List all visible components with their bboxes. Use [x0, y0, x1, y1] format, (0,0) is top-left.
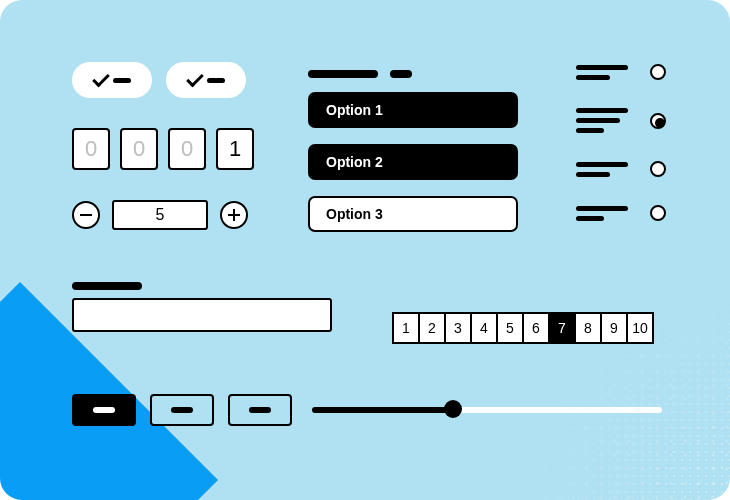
button-label	[171, 407, 193, 413]
page-9[interactable]: 9	[600, 312, 628, 344]
code-input: 0 0 0 1	[72, 128, 254, 170]
button-label	[93, 407, 115, 413]
options-header	[308, 70, 412, 78]
slider-track-rest	[452, 407, 662, 413]
option-row[interactable]: Option 1	[308, 92, 518, 128]
radio-group	[576, 64, 666, 221]
decor-dash	[308, 70, 378, 78]
code-digit-3[interactable]: 1	[216, 128, 254, 170]
text-field-group	[72, 282, 332, 332]
check-icon	[92, 69, 110, 87]
slider-track-fill	[312, 407, 452, 413]
primary-button[interactable]	[72, 394, 136, 426]
page-10[interactable]: 10	[626, 312, 654, 344]
toggle-pill-b[interactable]	[166, 62, 246, 98]
plus-icon	[228, 209, 240, 221]
option-label: Option 2	[326, 154, 383, 170]
radio-dot[interactable]	[650, 113, 666, 129]
page-6[interactable]: 6	[522, 312, 550, 344]
option-row[interactable]: Option 3	[308, 196, 518, 232]
dash-icon	[207, 78, 225, 83]
page-8[interactable]: 8	[574, 312, 602, 344]
radio-row[interactable]	[576, 205, 666, 221]
option-label: Option 1	[326, 102, 383, 118]
option-row[interactable]: Option 2	[308, 144, 518, 180]
slider-thumb[interactable]	[444, 400, 462, 418]
secondary-button[interactable]	[228, 394, 292, 426]
button-row	[72, 394, 292, 426]
secondary-button[interactable]	[150, 394, 214, 426]
text-input[interactable]	[72, 298, 332, 332]
page-7[interactable]: 7	[548, 312, 576, 344]
code-digit-1[interactable]: 0	[120, 128, 158, 170]
ui-kit-canvas: 0 0 0 1 5 Option 1 Option 2 Option 3	[0, 0, 730, 500]
radio-text	[576, 65, 628, 80]
page-5[interactable]: 5	[496, 312, 524, 344]
button-label	[249, 407, 271, 413]
radio-text	[576, 206, 628, 221]
radio-row[interactable]	[576, 64, 666, 80]
page-2[interactable]: 2	[418, 312, 446, 344]
dash-icon	[113, 78, 131, 83]
code-digit-0[interactable]: 0	[72, 128, 110, 170]
code-digit-2[interactable]: 0	[168, 128, 206, 170]
radio-row[interactable]	[576, 161, 666, 177]
page-3[interactable]: 3	[444, 312, 472, 344]
check-icon	[186, 69, 204, 87]
page-4[interactable]: 4	[470, 312, 498, 344]
slider[interactable]	[312, 400, 662, 420]
radio-dot[interactable]	[650, 161, 666, 177]
radio-row[interactable]	[576, 108, 666, 133]
decrement-button[interactable]	[72, 201, 100, 229]
radio-dot[interactable]	[650, 64, 666, 80]
stepper-value[interactable]: 5	[112, 200, 208, 230]
option-label: Option 3	[326, 206, 383, 222]
radio-text	[576, 108, 628, 133]
field-label	[72, 282, 142, 290]
quantity-stepper: 5	[72, 200, 248, 230]
toggle-pill-a[interactable]	[72, 62, 152, 98]
increment-button[interactable]	[220, 201, 248, 229]
radio-text	[576, 162, 628, 177]
pagination: 1 2 3 4 5 6 7 8 9 10	[392, 312, 654, 344]
radio-dot[interactable]	[650, 205, 666, 221]
minus-icon	[80, 214, 92, 217]
option-list: Option 1 Option 2 Option 3	[308, 92, 518, 232]
decor-dash	[390, 70, 412, 78]
page-1[interactable]: 1	[392, 312, 420, 344]
